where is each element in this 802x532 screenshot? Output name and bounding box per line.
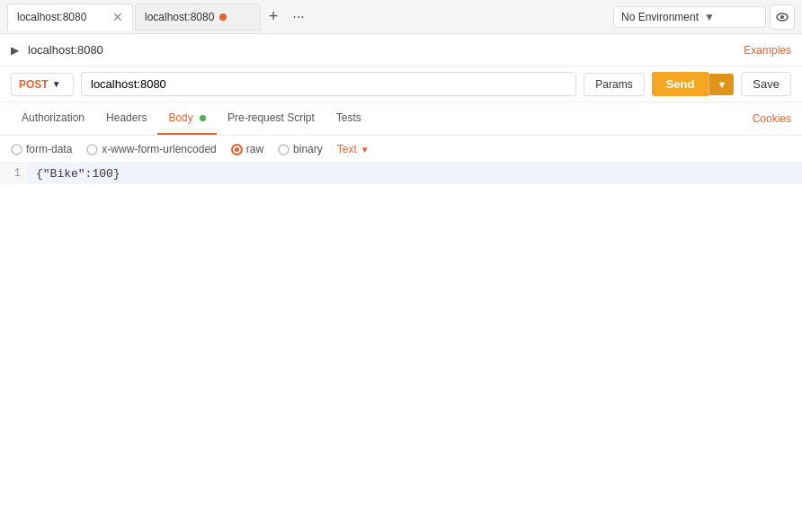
- tab-unsaved-dot: [219, 13, 227, 21]
- radio-form-data[interactable]: [11, 144, 22, 155]
- method-label: POST: [19, 78, 49, 91]
- browser-tab-active[interactable]: localhost:8080 ✕: [7, 4, 133, 31]
- option-urlencoded[interactable]: x-www-form-urlencoded: [86, 143, 216, 155]
- option-binary[interactable]: binary: [278, 143, 323, 155]
- browser-tab-inactive[interactable]: localhost:8080: [135, 4, 261, 31]
- text-type-arrow-icon: ▼: [361, 145, 370, 155]
- send-button-group: Send ▼: [652, 72, 735, 96]
- tab-body[interactable]: Body: [157, 102, 217, 135]
- breadcrumb: localhost:8080: [28, 40, 103, 60]
- radio-raw[interactable]: [231, 144, 243, 155]
- params-button[interactable]: Params: [584, 73, 644, 96]
- body-options: form-data x-www-form-urlencoded raw bina…: [0, 136, 802, 164]
- option-form-data[interactable]: form-data: [11, 143, 72, 155]
- eye-button[interactable]: [770, 4, 795, 30]
- tab-tests[interactable]: Tests: [325, 102, 372, 135]
- tab-headers[interactable]: Headers: [95, 102, 157, 135]
- new-tab-button[interactable]: +: [261, 4, 286, 30]
- radio-urlencoded[interactable]: [86, 144, 98, 155]
- method-arrow-icon: ▼: [52, 79, 61, 89]
- tab-label: localhost:8080: [17, 11, 86, 23]
- line-number-1: 1: [0, 164, 29, 183]
- tab-more-button[interactable]: ···: [286, 4, 311, 30]
- eye-icon: [775, 10, 789, 24]
- environment-select[interactable]: No Environment ▼: [613, 6, 766, 28]
- body-active-dot: [200, 115, 206, 121]
- cookies-link[interactable]: Cookies: [753, 112, 791, 125]
- method-select[interactable]: POST ▼: [11, 73, 74, 96]
- request-line: POST ▼ Params Send ▼ Save: [0, 66, 802, 102]
- tab-prerequest[interactable]: Pre-request Script: [217, 102, 325, 135]
- form-data-label: form-data: [26, 143, 72, 155]
- expand-icon[interactable]: ▶: [11, 44, 19, 57]
- text-type-select[interactable]: Text ▼: [337, 143, 370, 155]
- radio-binary[interactable]: [278, 144, 290, 155]
- code-line-1: 1 {"Bike":100}: [0, 164, 802, 184]
- code-editor[interactable]: 1 {"Bike":100}: [0, 164, 802, 415]
- save-button[interactable]: Save: [741, 72, 791, 96]
- env-bar: No Environment ▼: [606, 0, 802, 34]
- editor-empty-area: [0, 415, 802, 532]
- binary-label: binary: [293, 143, 323, 155]
- tab-authorization[interactable]: Authorization: [11, 102, 95, 135]
- text-type-label: Text: [337, 143, 357, 155]
- breadcrumb-bar: ▶ localhost:8080 Examples: [0, 34, 802, 66]
- svg-point-1: [780, 15, 784, 19]
- urlencoded-label: x-www-form-urlencoded: [102, 143, 216, 155]
- send-dropdown-button[interactable]: ▼: [708, 74, 734, 95]
- line-content-1: {"Bike":100}: [29, 164, 128, 184]
- option-raw[interactable]: raw: [231, 143, 263, 155]
- url-input[interactable]: [81, 72, 576, 96]
- env-label: No Environment: [621, 11, 699, 23]
- examples-link[interactable]: Examples: [744, 44, 791, 57]
- raw-label: raw: [246, 143, 263, 155]
- send-main-button[interactable]: Send: [652, 72, 709, 96]
- tab-label: localhost:8080: [145, 11, 214, 23]
- tab-close-icon[interactable]: ✕: [112, 11, 123, 23]
- env-arrow-icon: ▼: [704, 11, 715, 23]
- sub-tabs: Authorization Headers Body Pre-request S…: [0, 102, 802, 136]
